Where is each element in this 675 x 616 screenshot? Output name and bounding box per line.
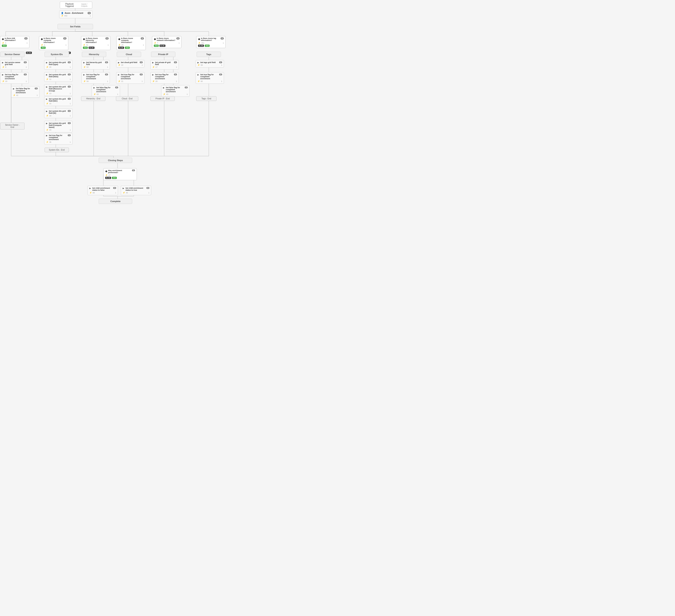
azure-enrichment-badge1: N — [88, 12, 91, 14]
false-pip-meta: ⚡ 43 1 — [163, 93, 188, 95]
network-badge: N — [176, 37, 179, 40]
compute2-badges: ELSE YES — [118, 47, 144, 49]
trigger-label: Playbook Triggered — [63, 3, 76, 7]
complete-node: Complete — [99, 199, 132, 204]
sids-nsg-lightning: ⚡ — [46, 78, 49, 80]
azure-tags-header: ◆ Is there Azure tag information? N — [198, 37, 224, 42]
set-sids-type-node[interactable]: ▶ Set system IDs grid field (type) N ⚡ 4… — [44, 60, 73, 70]
hierarchy-meta: ⚡ 31 1 — [83, 44, 108, 46]
asm-true-lightning: ⚡ — [123, 191, 125, 194]
set-tags-node[interactable]: ▶ Set tags grid field N ⚡ 58 1 — [196, 60, 224, 68]
was-enrichment-node[interactable]: ◆ Was enrichment performed? N ⚡ 47 ELSE … — [103, 168, 137, 180]
cloud-end-node: Cloud - End — [116, 96, 138, 101]
set-hierarchy-node[interactable]: ▶ Set hierarchy grid field N ⚡ 52 1 — [81, 60, 110, 70]
sids-cn-arrow: ▶ — [46, 122, 48, 125]
trigger-meta: Inputs / Outputs — [79, 3, 89, 7]
set-sids-id-node[interactable]: ▶ Set system IDs grid field (ID) N ⚡ 16 … — [44, 109, 73, 118]
sids-nsg-badge: N — [68, 74, 71, 75]
set-sids-nsg-node[interactable]: ▶ Set system IDs grid field (NSG) N ⚡ 12… — [44, 72, 73, 82]
private-ip-badge: N — [174, 61, 177, 63]
hierarchy-diamond-icon: ◆ — [83, 37, 85, 41]
set-false-private-ip-node[interactable]: ▶ Set false flag for completed enrichmen… — [161, 85, 190, 97]
cloud-step-badge: N — [140, 61, 143, 63]
sids-type-step: ▶ Set system IDs grid field (type) N — [46, 61, 71, 66]
true-h-lightning: ⚡ — [83, 80, 86, 82]
private-ip-group: Private IP — [151, 52, 175, 57]
set-sids-nic-node[interactable]: ▶ Set system IDs grid field (NIC) N ⚡ 15… — [44, 96, 73, 106]
sfso-lightning: ⚡ — [13, 94, 15, 96]
set-sids-cn-node[interactable]: ▶ Set system IDs grid field (Compute Nam… — [44, 121, 73, 132]
system-ids-end-node: System IDs - End — [45, 148, 69, 152]
set-true-service-owner-node[interactable]: ▶ Set true flag for completed enrichment… — [0, 72, 28, 84]
sids-id-meta: ⚡ 16 1 — [46, 114, 71, 117]
set-cloud-node[interactable]: ▶ Set cloud grid field N ⚡ 22 1 — [116, 60, 145, 68]
set-false-pip-step: ▶ Set false flag for completed enrichmen… — [163, 87, 188, 93]
azure-network-node[interactable]: ◆ Is there Azure network information? N … — [152, 36, 181, 48]
true-pip-badge: N — [174, 74, 177, 75]
iam-badges: YES — [2, 45, 27, 47]
azure-hierarchy-node[interactable]: ◆ Is there Azure hierarchy information? … — [81, 36, 110, 50]
set-service-owner-node[interactable]: ▶ Set service owner grid field N ⚡ 9 1 — [0, 60, 28, 70]
stso-arrow: ▶ — [2, 74, 4, 76]
set-true-private-ip-node[interactable]: ▶ Set true flag for completed enrichment… — [150, 72, 179, 84]
iam-check-node[interactable]: ◆ Is there IAM information? N ⚡ 3 1 YES — [0, 36, 29, 48]
compute2-lightning: ⚡ — [118, 44, 121, 46]
tags-step-badge: N — [219, 61, 222, 63]
true-cloud-badge: N — [140, 74, 143, 75]
set-true-cloud-node[interactable]: ▶ Set true flag for completed enrichment… — [116, 72, 145, 84]
set-true-so-step: ▶ Set true flag for completed enrichment… — [2, 74, 27, 80]
set-true-hierarchy-node[interactable]: ▶ Set true flag for completed enrichment… — [81, 72, 110, 84]
tags-diamond-icon: ◆ — [198, 37, 200, 41]
sids-id-arrow: ▶ — [46, 110, 48, 112]
azure-enrichment-node[interactable]: 👤 Azure - Enrichment N ⚡ #50 1 — [59, 10, 93, 18]
compute1-meta: ⚡ 4 1 — [41, 44, 67, 46]
tags-step-arrow: ▶ — [198, 61, 199, 64]
azure-tags-node[interactable]: ◆ Is there Azure tag information? N ⚡ 46… — [196, 36, 226, 48]
set-true-sids-node[interactable]: ▶ Set true flag for completed enrichment… — [44, 133, 73, 145]
sids-rg-lightning: ⚡ — [46, 92, 49, 94]
compute2-else-badge: ELSE — [118, 47, 124, 49]
set-service-owner-step: ▶ Set service owner grid field N — [2, 61, 27, 66]
was-enrichment-lightning: ⚡ — [105, 174, 107, 176]
tags-else-badge: ELSE — [198, 45, 204, 47]
private-ip-arrow: ▶ — [152, 61, 154, 64]
true-tags-meta: ⚡ 60 1 — [198, 80, 222, 82]
tags-group: Tags — [197, 52, 221, 57]
set-asm-true-step: ▶ Set ASM enrichment status to true N — [123, 187, 149, 191]
network-yes-badge: YES — [154, 45, 159, 47]
true-h-arrow: ▶ — [83, 74, 85, 76]
true-h-meta: ⚡ 56 1 — [83, 80, 108, 82]
set-private-ip-node[interactable]: ▶ Set private IP grid field N ⚡ 17 1 — [150, 60, 179, 70]
service-owner-group: Service Owner — [0, 52, 24, 57]
compute1-diamond-icon: ◆ — [41, 37, 43, 41]
set-sids-rg-node[interactable]: ▶ Set system IDs grid field (Resource Gr… — [44, 84, 73, 96]
iam-badge: N — [24, 37, 27, 40]
sids-nic-meta: ⚡ 15 1 — [46, 102, 71, 104]
compute2-yes-badge: YES — [125, 47, 130, 49]
set-true-tags-node[interactable]: ▶ Set true flag for completed enrichment… — [196, 72, 224, 84]
azure-compute2-node[interactable]: ◆ Is there Azure compute information? N … — [117, 36, 146, 50]
compute1-badges: YES — [41, 47, 67, 49]
azure-network-header: ◆ Is there Azure network information? N — [154, 37, 179, 42]
iam-check-header: ◆ Is there IAM information? N — [2, 37, 27, 42]
cloud-step-lightning: ⚡ — [118, 64, 121, 66]
asm-false-arrow: ▶ — [89, 187, 91, 189]
set-fields-node[interactable]: Set Fields — [58, 24, 93, 29]
set-asm-false-node[interactable]: ▶ Set ASM enrichment status to false N ⚡… — [88, 186, 118, 195]
sfso-badge: N — [35, 88, 38, 89]
private-ip-end-node: Private IP - End — [150, 96, 175, 101]
hierarchy-arrow: ▶ — [83, 61, 85, 64]
network-meta: ⚡ 7 1 — [154, 42, 179, 44]
set-true-cloud-step: ▶ Set true flag for completed enrichment… — [118, 74, 143, 80]
tags-yes-badge: YES — [205, 45, 210, 47]
was-enrichment-badge: N — [132, 169, 135, 171]
set-false-service-owner-node[interactable]: ▶ Set false flag for completed enrichmen… — [11, 86, 40, 98]
sids-id-badge: N — [68, 110, 71, 112]
tags-end-node: Tags - End — [196, 96, 217, 101]
set-false-hierarchy-node[interactable]: ▶ Set false flag for completed enrichmen… — [92, 85, 120, 97]
azure-compute1-node[interactable]: ◆ Is there Azure compute information? N … — [39, 36, 68, 50]
azure-enrichment-header: 👤 Azure - Enrichment N — [61, 12, 91, 15]
azure-enrichment-icon: 👤 — [61, 12, 63, 14]
set-asm-true-node[interactable]: ▶ Set ASM enrichment status to true N ⚡ … — [121, 186, 151, 195]
true-tags-badge: N — [219, 74, 222, 75]
